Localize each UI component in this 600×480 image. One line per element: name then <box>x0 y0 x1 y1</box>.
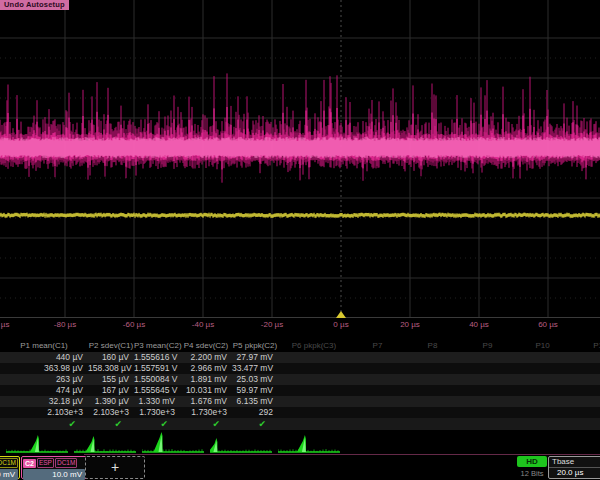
status-check-icon <box>405 418 460 430</box>
measure-column-header[interactable]: P3 mean(C2) <box>134 340 180 352</box>
time-tick-label: 0 µs <box>333 320 348 329</box>
measure-value-cell <box>570 396 600 407</box>
add-icon: + <box>111 459 119 475</box>
measure-value-cell: 292 <box>232 407 278 418</box>
measure-column-header[interactable]: P2 sdev(C1) <box>88 340 134 352</box>
measure-value-cell: 2.966 mV <box>180 363 232 374</box>
measure-value-cell: 2.103e+3 <box>88 407 134 418</box>
measure-value-cell: 59.97 mV <box>232 385 278 396</box>
measure-value-cell <box>515 385 570 396</box>
measurement-table: P1 mean(C1)P2 sdev(C1)P3 mean(C2)P4 sdev… <box>0 340 600 430</box>
measure-value-cell <box>278 352 350 363</box>
measure-value-cell <box>460 352 515 363</box>
measure-column-header[interactable]: P6 pkpk(C3) <box>278 340 350 352</box>
measure-column-header[interactable]: P8 <box>405 340 460 352</box>
measure-value-cell <box>515 407 570 418</box>
measure-value-cell: 2.103e+3 <box>0 407 88 418</box>
measure-value-cell: 474 µV <box>0 385 88 396</box>
measure-value-cell: 363.98 µV <box>0 363 88 374</box>
time-axis: -100 µs-80 µs-60 µs-40 µs-20 µs0 µs20 µs… <box>0 318 600 333</box>
add-trace-button[interactable]: + <box>85 456 145 479</box>
measure-value-cell <box>460 385 515 396</box>
measure-row: 363.98 µV158.308 µV1.557591 V2.966 mV33.… <box>0 363 600 374</box>
measure-value-cell <box>515 352 570 363</box>
measure-value-cell <box>460 407 515 418</box>
trigger-position-icon[interactable] <box>336 311 346 318</box>
measure-value-cell <box>460 396 515 407</box>
measure-value-cell: 25.03 mV <box>232 374 278 385</box>
measure-value-cell <box>570 407 600 418</box>
measure-value-cell: 1.676 mV <box>180 396 232 407</box>
measure-value-cell <box>350 385 405 396</box>
measure-column-header[interactable]: P11 <box>570 340 600 352</box>
channel-c2-descriptor[interactable]: C2 ESP DC1M 10.0 mV <box>21 456 87 479</box>
measure-value-cell <box>405 385 460 396</box>
status-check-icon: ✔ <box>232 418 278 430</box>
c2-scale-value: 10.0 mV <box>23 469 85 480</box>
status-check-icon: ✔ <box>134 418 180 430</box>
measure-value-cell: 32.18 µV <box>0 396 88 407</box>
measure-value-cell: 263 µV <box>0 374 88 385</box>
measure-value-cell <box>350 374 405 385</box>
measure-value-cell: 1.730e+3 <box>180 407 232 418</box>
status-check-icon <box>570 418 600 430</box>
bar-divider <box>84 454 600 455</box>
measure-value-cell <box>570 374 600 385</box>
status-check-icon: ✔ <box>88 418 134 430</box>
measure-value-cell: 440 µV <box>0 352 88 363</box>
measure-value-cell: 27.97 mV <box>232 352 278 363</box>
hd-mode-badge[interactable]: HD <box>517 456 547 467</box>
measure-value-cell: 2.200 mV <box>180 352 232 363</box>
measure-column-header[interactable]: P10 <box>515 340 570 352</box>
measure-value-cell: 1.555616 V <box>134 352 180 363</box>
measure-value-cell <box>405 352 460 363</box>
measure-value-cell: 10.031 mV <box>180 385 232 396</box>
timebase-label: Tbase <box>549 457 600 468</box>
measure-column-header[interactable]: P4 sdev(C2) <box>180 340 232 352</box>
time-tick-label: 60 µs <box>538 320 558 329</box>
measure-value-cell <box>350 396 405 407</box>
c1-scale-value: 10.0 mV <box>0 469 18 480</box>
waveform-canvas <box>0 0 600 318</box>
measure-value-cell <box>405 374 460 385</box>
measure-value-cell: 167 µV <box>88 385 134 396</box>
measure-row: 2.103e+32.103e+31.730e+31.730e+3292 <box>0 407 600 418</box>
measure-row: 474 µV167 µV1.555645 V10.031 mV59.97 mV <box>0 385 600 396</box>
measure-histicon[interactable] <box>6 430 68 454</box>
measure-value-cell: 1.891 mV <box>180 374 232 385</box>
channel-c1-descriptor[interactable]: DC1M 10.0 mV <box>0 456 20 479</box>
measure-value-cell: 158.308 µV <box>88 363 134 374</box>
measure-row: 440 µV160 µV1.555616 V2.200 mV27.97 mV <box>0 352 600 363</box>
measure-histicon[interactable] <box>74 430 136 454</box>
undo-autosetup-button[interactable]: Undo Autosetup <box>0 0 69 10</box>
measure-value-cell: 1.555645 V <box>134 385 180 396</box>
status-check-icon <box>515 418 570 430</box>
measure-value-cell <box>405 363 460 374</box>
c2-esp-tag: ESP <box>37 458 54 468</box>
measure-value-cell: 6.135 mV <box>232 396 278 407</box>
measure-value-cell <box>278 363 350 374</box>
measure-column-header[interactable]: P5 pkpk(C2) <box>232 340 278 352</box>
measure-value-cell: 1.390 µV <box>88 396 134 407</box>
measure-row: 263 µV155 µV1.550084 V1.891 mV25.03 mV <box>0 374 600 385</box>
c1-coupling-tag: DC1M <box>0 458 18 468</box>
timebase-descriptor[interactable]: Tbase 20.0 µs <box>548 456 600 479</box>
measure-histicon[interactable] <box>210 430 272 454</box>
measure-value-cell <box>515 374 570 385</box>
status-check-icon <box>350 418 405 430</box>
status-check-icon <box>460 418 515 430</box>
measure-histicon[interactable] <box>142 430 204 454</box>
c2-coupling-tag: DC1M <box>55 458 77 468</box>
time-tick-label: -100 µs <box>0 320 9 329</box>
measure-histicon[interactable] <box>278 430 340 454</box>
time-tick-label: -40 µs <box>192 320 214 329</box>
measure-column-header[interactable]: P9 <box>460 340 515 352</box>
measure-value-cell: 1.557591 V <box>134 363 180 374</box>
timebase-scale-value: 20.0 µs <box>549 468 600 478</box>
measure-column-header[interactable]: P1 mean(C1) <box>0 340 88 352</box>
measure-value-cell <box>515 363 570 374</box>
status-check-icon <box>278 418 350 430</box>
measure-value-cell: 155 µV <box>88 374 134 385</box>
status-check-icon: ✔ <box>180 418 232 430</box>
measure-column-header[interactable]: P7 <box>350 340 405 352</box>
